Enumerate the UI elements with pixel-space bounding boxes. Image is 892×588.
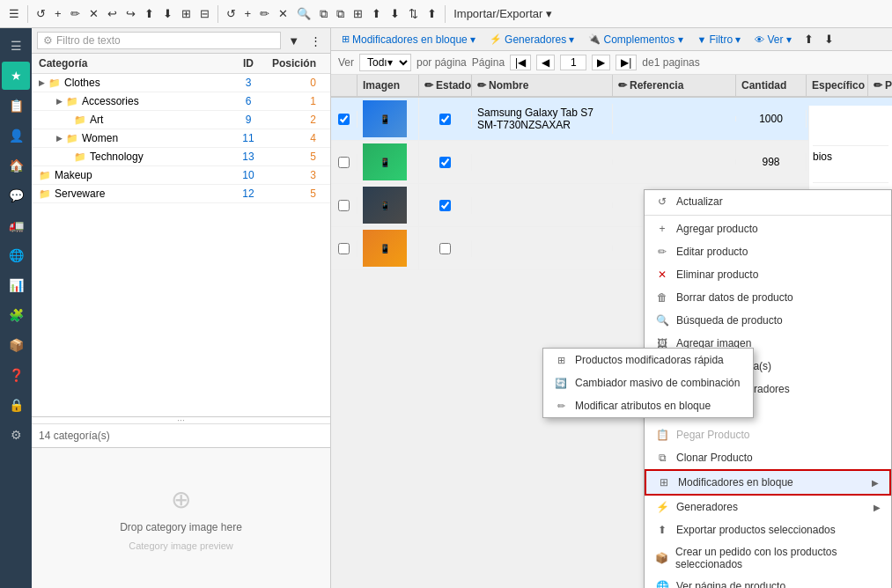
sidebar-lock-btn[interactable]: 🔒 xyxy=(2,391,30,419)
cm-exportar[interactable]: ⬆ Exportar productos seleccionados xyxy=(645,518,891,541)
edit-btn[interactable]: ✏ xyxy=(67,5,84,22)
separator2 xyxy=(217,5,218,23)
sort-up-btn[interactable]: ⬆ xyxy=(368,5,385,22)
prev-page-btn[interactable]: ◀ xyxy=(536,55,555,70)
left-panel-toolbar: ⚙ Filtro de texto ▼ ⋮ xyxy=(32,28,330,54)
sidebar-puzzle-btn[interactable]: 🧩 xyxy=(2,301,30,329)
page-input[interactable] xyxy=(560,55,586,70)
expand-accessories[interactable]: ▶ xyxy=(56,97,63,106)
move-down-btn[interactable]: ⬇ xyxy=(159,5,176,22)
complementos-btn[interactable]: 🔌 Complementos ▾ xyxy=(583,32,688,48)
undo-btn[interactable]: ↩ xyxy=(104,5,121,22)
cm-agregar-producto[interactable]: + Agregar producto xyxy=(645,217,891,240)
filtro-label: Filtro ▾ xyxy=(709,33,741,46)
last-page-btn[interactable]: ▶| xyxy=(616,55,637,70)
search-btn[interactable]: 🔍 xyxy=(293,5,314,22)
col-sort-down-btn[interactable]: ⬇ xyxy=(821,31,837,48)
copy2-btn[interactable]: ⧉ xyxy=(333,5,348,23)
sort3-btn[interactable]: ⬆ xyxy=(424,5,440,22)
grid-btn[interactable]: ⊞ xyxy=(178,5,195,22)
add-btn[interactable]: + xyxy=(51,5,65,22)
sidebar-globe-btn[interactable]: 🌐 xyxy=(2,241,30,269)
tree-item-serveware[interactable]: 📁 Serveware 12 5 xyxy=(32,185,330,203)
cm-actualizar[interactable]: ↺ Actualizar xyxy=(645,190,891,213)
tree-item-women[interactable]: ▶ 📁 Women 11 4 xyxy=(32,129,330,148)
sidebar-menu-btn[interactable]: ☰ xyxy=(2,32,30,60)
sidebar-home-btn[interactable]: 🏠 xyxy=(2,151,30,180)
delete-btn[interactable]: ✕ xyxy=(85,5,102,22)
grid2-btn[interactable]: ⊞ xyxy=(350,5,366,22)
sidebar-star-btn[interactable]: ★ xyxy=(2,62,30,90)
sm-edit-icon: ✏ xyxy=(554,399,568,413)
cm-clonar-label: Clonar Producto xyxy=(676,452,753,464)
refresh2-btn[interactable]: ↺ xyxy=(223,5,240,22)
drop-icon: ⊕ xyxy=(171,485,191,514)
makeup-pos: 3 xyxy=(270,169,323,181)
tree-item-accessories[interactable]: ▶ 📁 Accessories 6 1 xyxy=(32,92,330,111)
modificadores-bloque-btn[interactable]: ⊞ Modificadores en bloque ▾ xyxy=(336,32,481,48)
sidebar-truck-btn[interactable]: 🚛 xyxy=(2,211,30,239)
next-page-btn[interactable]: ▶ xyxy=(592,55,610,70)
sm-cambiador-masivo[interactable]: 🔄 Cambiador masivo de combinación xyxy=(543,371,753,394)
import-export-btn[interactable]: Importar/Exportar ▾ xyxy=(450,5,556,22)
top-toolbar: ☰ ↺ + ✏ ✕ ↩ ↪ ⬆ ⬇ ⊞ ⊟ ↺ + ✏ ✕ 🔍 ⧉ ⧉ ⊞ ⬆ … xyxy=(0,0,892,28)
delete-cm-icon: ✕ xyxy=(655,268,669,282)
sidebar-user-btn[interactable]: 👤 xyxy=(2,121,30,150)
tree-scrollbar[interactable]: ··· xyxy=(32,416,330,423)
main-layout: ☰ ★ 📋 👤 🏠 💬 🚛 🌐 📊 🧩 📦 ❓ 🔒 ⚙ ⚙ Filtro de … xyxy=(0,28,892,588)
cm-ver-pagina[interactable]: 🌐 Ver página de producto xyxy=(645,575,891,588)
edit2-btn[interactable]: ✏ xyxy=(256,5,273,22)
sort-both-btn[interactable]: ⇅ xyxy=(405,5,422,22)
cm-pegar-label: Pegar Producto xyxy=(676,429,749,441)
per-page-select[interactable]: Todı▾ 20 50 100 xyxy=(359,54,411,71)
context-menu-overlay: ↺ Actualizar + Agregar producto ✏ Editar… xyxy=(331,75,892,588)
cm-borrar-datos[interactable]: 🗑 Borrar datos de producto xyxy=(645,286,891,309)
menu-icon[interactable]: ☰ xyxy=(5,5,23,22)
cm-ver-label: Ver página de producto xyxy=(676,580,785,588)
modificadores-icon: ⊞ xyxy=(342,33,350,45)
cm-editar-producto[interactable]: ✏ Editar producto xyxy=(645,240,891,263)
sidebar-box-btn[interactable]: 📦 xyxy=(2,331,30,359)
cm-modificadores-bloque[interactable]: ⊞ Modificadores en bloque ▶ xyxy=(645,469,891,496)
tree-item-clothes[interactable]: ▶ 📁 Clothes 3 0 xyxy=(32,74,330,92)
tree-item-makeup[interactable]: 📁 Makeup 10 3 xyxy=(32,166,330,185)
add2-btn[interactable]: + xyxy=(241,5,255,22)
makeup-label: Makeup xyxy=(55,169,92,181)
sidebar-chat-btn[interactable]: 💬 xyxy=(2,181,30,209)
expand-clothes[interactable]: ▶ xyxy=(39,78,45,87)
col-sort-up-btn[interactable]: ⬆ xyxy=(800,31,817,48)
first-page-btn[interactable]: |◀ xyxy=(510,55,531,70)
filter-btn[interactable]: ▼ xyxy=(284,33,303,49)
redo-btn[interactable]: ↪ xyxy=(122,5,139,22)
right-panel: ⊞ Modificadores en bloque ▾ ⚡ Generadore… xyxy=(331,28,892,588)
category-image-preview[interactable]: ⊕ Drop category image here Category imag… xyxy=(32,447,330,588)
submenu: ⊞ Productos modificadoras rápida 🔄 Cambi… xyxy=(542,348,754,418)
refresh-btn[interactable]: ↺ xyxy=(33,5,49,22)
minus-btn[interactable]: ⊟ xyxy=(196,5,213,22)
sm-productos-rapida[interactable]: ⊞ Productos modificadoras rápida xyxy=(543,349,753,371)
tree-content: ▶ 📁 Clothes 3 0 ▶ 📁 Accessories 6 1 xyxy=(32,74,330,416)
delete2-btn[interactable]: ✕ xyxy=(275,5,291,22)
cm-busqueda[interactable]: 🔍 Búsqueda de producto xyxy=(645,309,891,332)
cm-clonar-producto[interactable]: ⧉ Clonar Producto xyxy=(645,446,891,469)
sidebar-help-btn[interactable]: ❓ xyxy=(2,361,30,389)
expand-women[interactable]: ▶ xyxy=(56,134,63,143)
cm-generadores[interactable]: ⚡ Generadores ▶ xyxy=(645,496,891,518)
sort-down-btn[interactable]: ⬇ xyxy=(387,5,403,22)
sm-modificar-atributos[interactable]: ✏ Modificar atributos en bloque xyxy=(543,394,753,417)
cm-crear-pedido[interactable]: 📦 Crear un pedido con los productos sele… xyxy=(645,541,891,575)
generadores-btn[interactable]: ⚡ Generadores ▾ xyxy=(484,32,579,48)
tree-item-art[interactable]: 📁 Art 9 2 xyxy=(32,111,330,129)
move-up-btn[interactable]: ⬆ xyxy=(141,5,158,22)
filter-options-btn[interactable]: ⋮ xyxy=(306,33,325,49)
sidebar-list-btn[interactable]: 📋 xyxy=(2,92,30,120)
copy-btn[interactable]: ⧉ xyxy=(316,5,331,23)
filtro-btn[interactable]: ▼ Filtro ▾ xyxy=(692,32,747,48)
ver-btn[interactable]: 👁 Ver ▾ xyxy=(749,32,796,48)
tree-item-technology[interactable]: 📁 Technology 13 5 xyxy=(32,148,330,166)
sidebar-settings-btn[interactable]: ⚙ xyxy=(2,421,30,449)
serveware-label: Serveware xyxy=(55,187,105,200)
cm-eliminar-producto[interactable]: ✕ Eliminar producto xyxy=(645,263,891,286)
separator xyxy=(27,5,28,23)
sidebar-chart-btn[interactable]: 📊 xyxy=(2,271,30,299)
